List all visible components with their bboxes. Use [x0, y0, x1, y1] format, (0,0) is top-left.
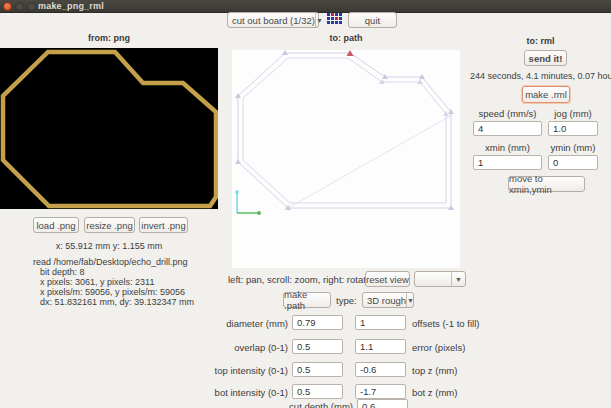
ymin-label: ymin (mm): [548, 140, 598, 155]
speed-input[interactable]: [473, 121, 542, 136]
png-size-line: dx: 51.832161 mm, dy: 39.132347 mm: [40, 298, 194, 308]
speed-label: speed (mm/s): [473, 106, 542, 121]
send-it-button[interactable]: send it!: [524, 50, 567, 66]
param-row-label: diameter (mm): [180, 316, 288, 331]
load-png-button[interactable]: load .png: [33, 217, 79, 233]
fab-modules-icon: [327, 13, 342, 26]
quit-button[interactable]: quit: [348, 12, 397, 28]
cut-depth-label: cut depth (mm): [250, 399, 353, 408]
param-input-1[interactable]: [292, 362, 343, 377]
make-rml-button[interactable]: make .rml: [522, 86, 570, 103]
minimize-icon[interactable]: [15, 2, 24, 11]
param-input-2[interactable]: [355, 339, 406, 354]
param-row-label: overlap (0-1): [180, 340, 288, 355]
param-input-2[interactable]: [355, 362, 406, 377]
invert-png-label: invert .png: [141, 220, 185, 231]
time-estimate: 244 seconds, 4.1 minutes, 0.07 hours: [470, 72, 611, 82]
chevron-down-icon[interactable]: ▼: [451, 272, 465, 286]
param-input-1[interactable]: [292, 384, 343, 399]
close-icon[interactable]: [3, 2, 12, 11]
path-canvas[interactable]: [232, 50, 460, 268]
make-rml-label: make .rml: [525, 89, 567, 100]
param-row-label: bot intensity (0-1): [180, 385, 288, 400]
png-image-view[interactable]: [0, 48, 218, 209]
png-outline-graphic: [0, 48, 218, 209]
type-label: type:: [336, 293, 357, 308]
mouse-hint: left: pan, scroll: zoom, right: rotate: [228, 272, 360, 287]
load-png-label: load .png: [36, 220, 75, 231]
type-selector[interactable]: 3D rough ▼: [362, 292, 414, 308]
resize-png-button[interactable]: resize .png: [84, 217, 135, 233]
jog-input[interactable]: [548, 121, 598, 136]
resize-png-label: resize .png: [86, 220, 132, 231]
chevron-down-icon[interactable]: ▼: [406, 293, 414, 307]
make-path-button[interactable]: make .path: [283, 292, 331, 308]
reset-view-button[interactable]: reset view: [365, 271, 410, 287]
invert-png-button[interactable]: invert .png: [139, 217, 188, 233]
move-button-label: move to xmin,ymin: [509, 173, 584, 195]
png-panel-header: from: png: [0, 33, 218, 43]
send-it-label: send it!: [529, 53, 563, 64]
ymin-input[interactable]: [548, 155, 598, 170]
param-row-label: top intensity (0-1): [180, 363, 288, 378]
rml-panel-header: to: rml: [470, 36, 611, 46]
cursor-readout: x: 55.912 mm y: 1.155 mm: [0, 242, 218, 252]
jog-label: jog (mm): [548, 106, 598, 121]
param-input-2[interactable]: [355, 315, 406, 330]
param-input-2[interactable]: [355, 384, 406, 399]
param-row-right-label: top z (mm): [412, 363, 457, 378]
param-row-right-label: bot z (mm): [412, 385, 457, 400]
view-selector[interactable]: ▼: [414, 271, 466, 287]
type-selector-value: 3D rough: [363, 293, 406, 307]
view-selector-value: [415, 272, 451, 286]
quit-button-label: quit: [365, 15, 380, 26]
param-input-1[interactable]: [292, 315, 343, 330]
process-selector[interactable]: cut out board (1/32) ▼: [227, 12, 319, 28]
toolpath-graphic: [232, 50, 460, 268]
path-panel-header: to: path: [232, 33, 460, 43]
process-selector-value: cut out board (1/32): [228, 13, 315, 27]
reset-view-label: reset view: [366, 274, 409, 285]
param-row-right-label: error (pixels): [412, 340, 465, 355]
cut-depth-input[interactable]: [357, 399, 408, 408]
window-title: make_png_rml: [38, 1, 104, 11]
move-to-xmin-ymin-button[interactable]: move to xmin,ymin: [508, 176, 585, 192]
param-input-1[interactable]: [292, 339, 343, 354]
chevron-down-icon[interactable]: ▼: [315, 13, 323, 27]
xmin-input[interactable]: [473, 155, 542, 170]
xmin-label: xmin (mm): [473, 140, 542, 155]
make-path-label: make .path: [284, 289, 330, 311]
maximize-icon[interactable]: [27, 2, 36, 11]
param-row-right-label: offsets (-1 to fill): [412, 316, 479, 331]
